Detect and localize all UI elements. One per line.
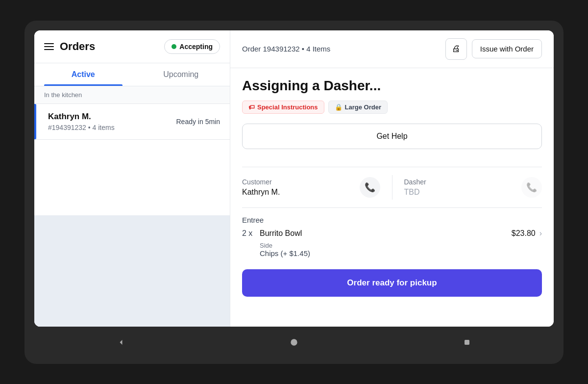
customer-section: Customer Kathryn M.: [242, 178, 360, 197]
recent-button[interactable]: [457, 333, 477, 352]
panel-header: Order 194391232 • 4 Items 🖨 Issue with O…: [230, 30, 554, 68]
large-icon: 🔒: [335, 103, 343, 111]
entree-qty: 2 x: [242, 229, 260, 238]
special-icon: 🏷: [248, 103, 255, 111]
tag-special-instructions[interactable]: 🏷 Special Instructions: [242, 101, 324, 114]
home-button[interactable]: [284, 333, 304, 352]
order-meta: Order 194391232 • 4 Items: [242, 45, 330, 53]
dasher-label: Dasher: [404, 178, 522, 186]
tab-upcoming[interactable]: Upcoming: [132, 63, 230, 86]
panel-body: Assigning a Dasher... 🏷 Special Instruct…: [230, 68, 554, 327]
divider-2: [242, 207, 542, 208]
side-label: Side: [260, 242, 542, 249]
print-icon: 🖨: [452, 44, 461, 54]
tags-row: 🏷 Special Instructions 🔒 Large Order: [242, 101, 542, 114]
svg-marker-0: [120, 340, 122, 345]
green-dot: [172, 44, 176, 49]
header-actions: 🖨 Issue with Order: [445, 38, 542, 60]
bottom-nav: [34, 327, 554, 354]
large-label: Large Order: [345, 103, 381, 111]
divider-1: [242, 167, 542, 167]
svg-rect-2: [465, 340, 469, 345]
phone-icon: 📞: [365, 182, 375, 193]
sidebar-header: Orders Accepting: [34, 30, 230, 63]
get-help-button[interactable]: Get Help: [242, 124, 542, 149]
entree-price: $23.80: [512, 229, 536, 238]
tabs-row: Active Upcoming: [34, 63, 230, 86]
call-dasher-button[interactable]: 📞: [521, 177, 542, 198]
print-button[interactable]: 🖨: [445, 38, 467, 60]
sidebar: Orders Accepting Active Upcoming In the …: [34, 30, 230, 327]
dasher-name: TBD: [404, 188, 522, 197]
order-accent: [34, 104, 36, 139]
order-info: Kathryn M. #194391232 • 4 items: [44, 112, 176, 131]
entree-name: Burrito Bowl: [260, 229, 512, 238]
order-details: #194391232 • 4 items: [48, 124, 176, 131]
orders-title: Orders: [60, 40, 158, 53]
tablet-screen: Orders Accepting Active Upcoming In the …: [34, 30, 554, 327]
accepting-badge[interactable]: Accepting: [164, 39, 220, 54]
contact-row: Customer Kathryn M. 📞 Dasher TBD 📞: [242, 175, 542, 200]
call-customer-button[interactable]: 📞: [360, 177, 380, 198]
chevron-right-icon: ›: [539, 229, 542, 238]
main-content: Orders Accepting Active Upcoming In the …: [34, 30, 554, 327]
tab-active[interactable]: Active: [34, 63, 132, 86]
side-name: Chips (+ $1.45): [260, 249, 542, 257]
special-label: Special Instructions: [257, 103, 318, 111]
svg-point-1: [291, 339, 297, 345]
contact-divider: [392, 175, 392, 200]
assigning-title: Assigning a Dasher...: [242, 78, 542, 94]
pickup-button[interactable]: Order ready for pickup: [242, 269, 542, 297]
tablet-frame: Orders Accepting Active Upcoming In the …: [24, 21, 564, 364]
order-time: Ready in 5min: [176, 118, 220, 126]
order-item[interactable]: Kathryn M. #194391232 • 4 items Ready in…: [34, 104, 230, 140]
tag-large-order[interactable]: 🔒 Large Order: [328, 101, 388, 114]
order-name: Kathryn M.: [48, 112, 176, 122]
main-panel: Order 194391232 • 4 Items 🖨 Issue with O…: [230, 30, 554, 327]
entree-section: Entree 2 x Burrito Bowl $23.80 › Side Ch…: [242, 216, 542, 257]
dasher-phone-icon: 📞: [526, 182, 537, 193]
back-button[interactable]: [111, 333, 131, 352]
customer-label: Customer: [242, 178, 360, 186]
entree-section-label: Entree: [242, 216, 542, 224]
order-list: Kathryn M. #194391232 • 4 items Ready in…: [34, 104, 230, 215]
entree-item-row[interactable]: 2 x Burrito Bowl $23.80 ›: [242, 229, 542, 238]
section-label: In the kitchen: [34, 86, 230, 104]
issue-button[interactable]: Issue with Order: [472, 39, 542, 58]
dasher-section: Dasher TBD: [404, 178, 522, 197]
empty-sidebar-area: [34, 215, 230, 327]
accepting-label: Accepting: [179, 43, 213, 51]
customer-name: Kathryn M.: [242, 188, 360, 197]
menu-icon[interactable]: [44, 43, 54, 50]
side-row: Side Chips (+ $1.45): [242, 242, 542, 257]
